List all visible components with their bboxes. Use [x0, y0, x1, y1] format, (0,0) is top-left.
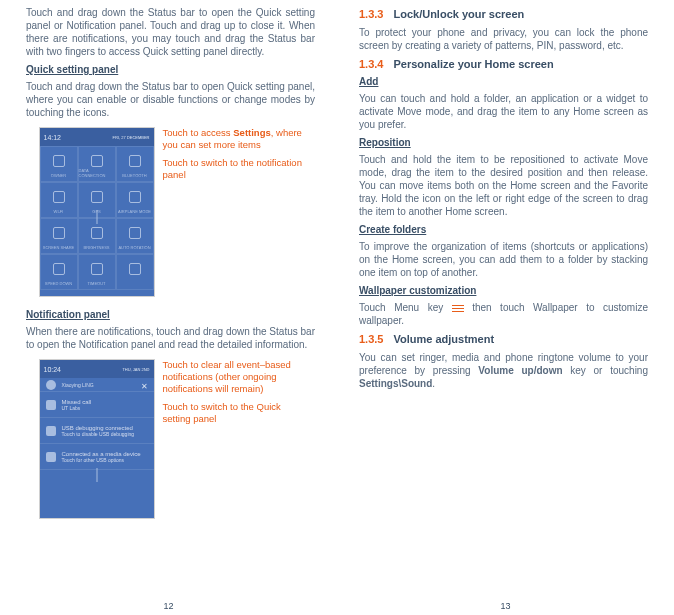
- page-right: 1.3.3Lock/Unlock your screen To protect …: [337, 0, 674, 615]
- page-number: 13: [500, 601, 510, 611]
- create-folders-heading: Create folders: [359, 224, 648, 235]
- quick-setting-body: Touch and drag down the Status bar to op…: [26, 80, 315, 119]
- section-1-3-5: 1.3.5Volume adjustment: [359, 333, 648, 345]
- phone-quick-panel: 14:12 FRI, 27 DECEMBER OWNER DATA CONNEC…: [39, 127, 155, 297]
- tile-autorotation: AUTO ROTATION: [116, 218, 154, 254]
- notif-callouts: Touch to clear all event–based notificat…: [163, 359, 303, 519]
- arrow-line: [96, 468, 97, 482]
- page-number: 12: [163, 601, 173, 611]
- menu-key-icon: [452, 304, 464, 312]
- callout-settings: Touch to access Settings, where you can …: [163, 127, 303, 151]
- notif-row-2: Connected as a media device Touch for ot…: [40, 444, 154, 470]
- callout-clear-all: Touch to clear all event–based notificat…: [163, 359, 303, 395]
- lock-unlock-body: To protect your phone and privacy, you c…: [359, 26, 648, 52]
- quick-callouts: Touch to access Settings, where you can …: [163, 127, 303, 297]
- tile-airplane: AIRPLANE MODE: [116, 182, 154, 218]
- clear-all-icon: ✕: [140, 382, 150, 392]
- callout-switch-notif: Touch to switch to the notification pane…: [163, 157, 303, 181]
- notif-row-0: Missed call UT Labs: [40, 392, 154, 418]
- notif-row-1: USB debugging connected Touch to disable…: [40, 418, 154, 444]
- tile-screenshare: SCREEN SHARE: [40, 218, 78, 254]
- tile-timeout: TIMEOUT: [78, 254, 116, 290]
- add-heading: Add: [359, 76, 648, 87]
- tile-empty: [116, 254, 154, 290]
- callout-switch-quick: Touch to switch to the Quick setting pan…: [163, 401, 303, 425]
- notification-figure: 10:24 THU, JAN 2ND ✕ Xiaoying LING Misse…: [26, 359, 315, 519]
- notif-top: Xiaoying LING: [40, 378, 154, 392]
- date-label: FRI, 27 DECEMBER: [113, 135, 150, 140]
- add-body: You can touch and hold a folder, an appl…: [359, 92, 648, 131]
- time-label: 10:24: [44, 366, 62, 373]
- tile-owner: OWNER: [40, 146, 78, 182]
- usb-icon: [46, 426, 56, 436]
- phone-notif-panel: 10:24 THU, JAN 2ND ✕ Xiaoying LING Misse…: [39, 359, 155, 519]
- wallpaper-body: Touch Menu key then touch Wallpaper to c…: [359, 301, 648, 327]
- section-1-3-4: 1.3.4Personalize your Home screen: [359, 58, 648, 70]
- tile-speeddown: SPEED DOWN: [40, 254, 78, 290]
- volume-body: You can set ringer, media and phone ring…: [359, 351, 648, 390]
- page-left: Touch and drag down the Status bar to op…: [0, 0, 337, 615]
- intro-text: Touch and drag down the Status bar to op…: [26, 6, 315, 58]
- status-bar: 14:12 FRI, 27 DECEMBER: [40, 128, 154, 146]
- quick-setting-figure: 14:12 FRI, 27 DECEMBER OWNER DATA CONNEC…: [26, 127, 315, 297]
- media-icon: [46, 452, 56, 462]
- reposition-heading: Reposition: [359, 137, 648, 148]
- tile-bluetooth: BLUETOOTH: [116, 146, 154, 182]
- status-bar-notif: 10:24 THU, JAN 2ND: [40, 360, 154, 378]
- notification-body: When there are notifications, touch and …: [26, 325, 315, 351]
- create-folders-body: To improve the organization of items (sh…: [359, 240, 648, 279]
- section-1-3-3: 1.3.3Lock/Unlock your screen: [359, 8, 648, 20]
- notification-heading: Notification panel: [26, 309, 315, 320]
- avatar-icon: [46, 380, 56, 390]
- tile-data: DATA CONNECTION: [78, 146, 116, 182]
- time-label: 14:12: [44, 134, 62, 141]
- reposition-body: Touch and hold the item to be reposition…: [359, 153, 648, 218]
- quick-setting-heading: Quick setting panel: [26, 64, 315, 75]
- arrow-line: [96, 210, 97, 224]
- tile-wifi: WI-FI: [40, 182, 78, 218]
- missed-call-icon: [46, 400, 56, 410]
- notif-name: Xiaoying LING: [62, 382, 94, 388]
- date-label: THU, JAN 2ND: [122, 367, 149, 372]
- wallpaper-heading: Wallpaper customization: [359, 285, 648, 296]
